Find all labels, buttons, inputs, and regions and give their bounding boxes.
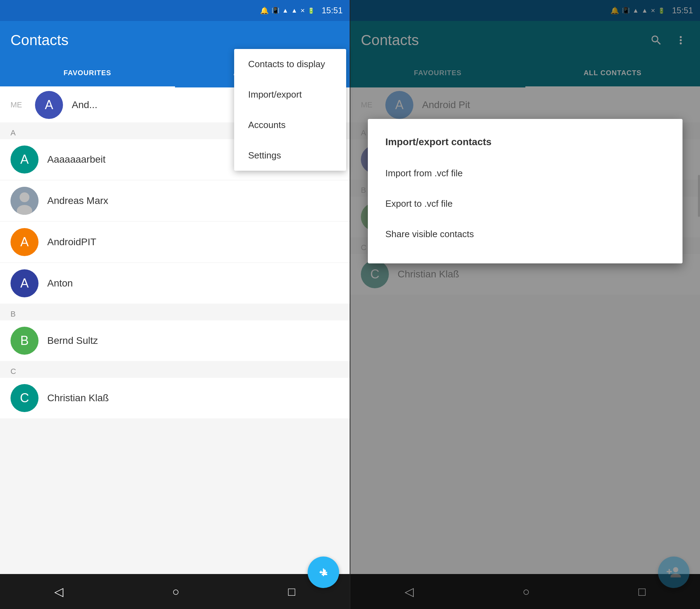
vibrate-icon: 📳 [272,7,279,14]
contact-anton-left[interactable]: A Anton [0,263,350,304]
fab-add-contact-left[interactable]: + [308,557,339,588]
me-label: ME [10,100,24,109]
nosim-icon: ✕ [300,7,305,14]
left-app-title: Contacts [10,32,339,49]
tab-favourites-left[interactable]: FAVOURITES [0,59,175,87]
contact-name-androidpit: AndroidPIT [47,236,96,248]
svg-point-1 [20,192,29,202]
dialog-import-vcf[interactable]: Import from .vcf file [368,158,682,189]
contact-name-bernd-left: Bernd Sultz [47,335,98,346]
contact-androidpit[interactable]: A AndroidPIT [0,222,350,262]
contact-name-me: And... [72,99,97,111]
avatar-bernd-left: B [10,327,38,355]
avatar-me: A [35,91,63,119]
left-status-icons: 🔔 📳 ▲ ▲ ✕ 🔋 [260,6,315,15]
left-phone-panel: 🔔 📳 ▲ ▲ ✕ 🔋 15:51 Contacts FAVOURITES AL… [0,0,350,609]
dropdown-import-export[interactable]: Import/export [234,79,346,110]
left-time: 15:51 [322,6,343,15]
back-button-left[interactable]: ◁ [44,581,74,602]
add-person-icon [319,568,328,576]
left-nav-bar: ◁ ○ □ [0,574,350,609]
contact-name-anton-left: Anton [47,278,73,289]
contact-name-christian-left: Christian Klaß [47,392,109,404]
battery-icon: 🔋 [308,7,315,14]
section-c-left: C [0,362,350,378]
import-export-dialog: Import/export contacts Import from .vcf … [368,119,682,263]
avatar-anton-left: A [10,269,38,297]
avatar-andreas-marx [10,187,38,215]
recent-button-left[interactable]: □ [278,581,306,602]
dropdown-settings[interactable]: Settings [234,140,346,171]
dropdown-contacts-to-display[interactable]: Contacts to display [234,49,346,79]
left-status-bar: 🔔 📳 ▲ ▲ ✕ 🔋 15:51 [0,0,350,21]
contact-andreas-marx[interactable]: Andreas Marx [0,180,350,221]
contact-christian-left[interactable]: C Christian Klaß [0,378,350,418]
signal-icon: ▲ [291,7,298,14]
dropdown-menu: Contacts to display Import/export Accoun… [234,49,346,171]
avatar-christian-left: C [10,384,38,412]
dialog-share-contacts[interactable]: Share visible contacts [368,219,682,249]
dialog-title: Import/export contacts [368,133,682,158]
wifi-icon: ▲ [282,7,288,14]
avatar-aaaaaaarbeit: A [10,146,38,174]
notification-icon: 🔔 [260,6,269,15]
home-button-left[interactable]: ○ [162,581,190,602]
dialog-overlay[interactable] [350,0,700,609]
section-b-left: B [0,304,350,320]
dialog-export-vcf[interactable]: Export to .vcf file [368,189,682,219]
dropdown-accounts[interactable]: Accounts [234,110,346,140]
contact-name-andreas-marx: Andreas Marx [47,195,108,206]
contact-bernd-left[interactable]: B Bernd Sultz [0,320,350,361]
contact-name-aaaaaaarbeit: Aaaaaaarbeit [47,154,106,165]
avatar-androidpit: A [10,228,38,256]
right-phone-panel: 🔔 📳 ▲ ▲ ✕ 🔋 15:51 Contacts FAVOURI [350,0,700,609]
